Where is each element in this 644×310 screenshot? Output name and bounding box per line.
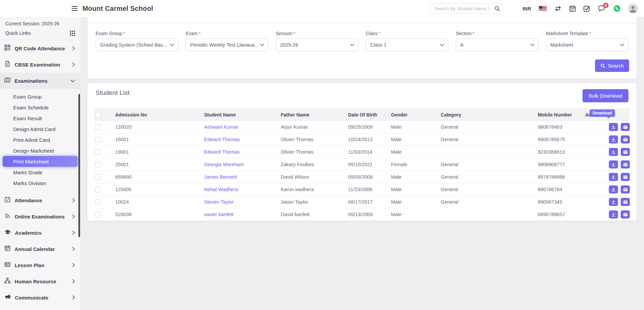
sidebar-scrollbar[interactable]	[78, 94, 80, 237]
sidebar-item-examinations[interactable]: Examinations	[0, 73, 80, 89]
student-name-link[interactable]: Steven Taylor	[204, 199, 234, 205]
field-select[interactable]: 2025-26	[276, 38, 358, 51]
row-checkbox[interactable]	[95, 124, 101, 130]
whatsapp-icon[interactable]	[613, 5, 621, 12]
sidebar-item-annual-calendar[interactable]: Annual Calendar	[0, 241, 80, 257]
required-asterisk: *	[379, 31, 380, 36]
submenu-item[interactable]: Exam Group	[3, 91, 78, 102]
row-checkbox[interactable]	[95, 162, 101, 167]
chevron-right-icon	[72, 62, 75, 67]
chevron-down-icon	[530, 44, 535, 46]
download-marksheet-button[interactable]	[609, 148, 618, 156]
cell-mobile: 890567345	[535, 196, 582, 208]
submenu-item[interactable]: Print Marksheet	[3, 156, 78, 167]
email-marksheet-button[interactable]	[621, 210, 630, 218]
quick-links[interactable]: Quick Links	[0, 28, 80, 40]
criteria-field: Exam* Periodic Weekly Test (Janaua...	[186, 31, 269, 51]
hamburger-menu-icon[interactable]	[72, 6, 78, 11]
field-select[interactable]: Grading System (School Bas...	[96, 38, 178, 51]
cell-dob: 09/25/2009	[345, 121, 388, 133]
us-flag-icon[interactable]	[539, 6, 547, 11]
page-title: Mount Carmel School	[82, 5, 153, 12]
task-check-icon[interactable]	[584, 5, 590, 12]
field-select[interactable]: Marksheet	[546, 38, 629, 51]
row-checkbox[interactable]	[95, 212, 101, 217]
email-marksheet-button[interactable]	[621, 135, 630, 144]
cell-gender: Male	[388, 208, 438, 221]
submenu-item[interactable]: Print Admit Card	[3, 134, 78, 145]
select-value: Periodic Weekly Test (Janaua...	[190, 42, 258, 48]
download-marksheet-button[interactable]	[609, 210, 618, 218]
download-marksheet-button[interactable]	[609, 135, 618, 144]
submenu-item[interactable]: Exam Result	[3, 113, 78, 124]
row-checkbox[interactable]	[95, 174, 101, 180]
column-header: Gender	[388, 109, 438, 121]
field-select[interactable]: A	[456, 38, 539, 51]
currency-selector[interactable]: INR	[522, 6, 531, 11]
chevron-down-icon	[170, 44, 174, 46]
email-marksheet-button[interactable]	[621, 173, 630, 181]
email-marksheet-button[interactable]	[621, 148, 630, 156]
student-name-link[interactable]: Edward Thomas	[204, 137, 240, 142]
user-avatar[interactable]	[628, 4, 638, 13]
sidebar: Current Session: 2025-26 Quick Links QR …	[0, 17, 80, 310]
download-marksheet-button[interactable]	[609, 198, 618, 206]
sidebar-item-online-examinations[interactable]: Online Examinations	[0, 208, 80, 225]
student-name-link[interactable]: James Bennett	[204, 174, 237, 180]
row-checkbox[interactable]	[95, 187, 101, 192]
table-row: 120020 Ashwani Kumar Arjun Kumar 09/25/2…	[94, 121, 630, 133]
student-table: Admission NoStudent NameFather NameDate …	[94, 108, 630, 221]
sidebar-item-lesson-plan[interactable]: Lesson Plan	[0, 257, 80, 273]
sidebar-item-partial[interactable]	[0, 306, 80, 310]
column-header: Student Name	[201, 109, 278, 121]
email-marksheet-button[interactable]	[621, 160, 630, 169]
download-marksheet-button[interactable]	[609, 123, 618, 131]
select-value: 2025-26	[280, 42, 298, 48]
download-marksheet-button[interactable]	[609, 185, 618, 193]
student-name-link[interactable]: xavier bartlett	[204, 212, 233, 217]
sidebar-item-cbse-examination[interactable]: CBSE Examination	[0, 56, 80, 73]
download-marksheet-button[interactable]	[609, 160, 618, 169]
submenu-item[interactable]: Design Marksheet	[3, 145, 78, 156]
bulk-download-button[interactable]: Bulk Download	[583, 89, 628, 102]
field-select[interactable]: Class 1	[366, 38, 449, 51]
row-checkbox[interactable]	[95, 149, 101, 155]
sidebar-item-academics[interactable]: Academics	[0, 225, 80, 241]
cell-admission-no: 10024	[113, 196, 201, 208]
search-button[interactable]: Search	[595, 59, 629, 72]
calendar-icon[interactable]	[569, 5, 576, 12]
row-checkbox[interactable]	[95, 137, 101, 143]
submenu-item[interactable]: Marks Division	[3, 178, 78, 188]
sidebar-item-communicate[interactable]: Communicate	[0, 289, 80, 306]
table-row: 125005 Nehal Wadhera Karun wadhera 11/23…	[94, 183, 630, 196]
student-name-link[interactable]: Ashwani Kumar	[204, 124, 239, 130]
select-all-checkbox[interactable]	[95, 112, 101, 118]
download-marksheet-button[interactable]	[609, 173, 618, 181]
submenu-item[interactable]: Design Admit Card	[3, 124, 78, 134]
chevron-right-icon	[72, 230, 75, 235]
swap-icon[interactable]	[554, 6, 562, 11]
grid-icon[interactable]	[70, 31, 75, 36]
student-name-link[interactable]: Edward Thomas	[204, 149, 240, 155]
email-marksheet-button[interactable]	[621, 198, 630, 206]
criteria-form: Exam Group* Grading System (School Bas..…	[88, 23, 637, 51]
search-icon[interactable]	[494, 6, 500, 11]
sidebar-item-qr-code-attendance[interactable]: QR Code Attendance	[0, 40, 80, 56]
cell-father-name: Olivier Thomas	[278, 133, 346, 146]
sidebar-item-human-resource[interactable]: Human Resource	[0, 273, 80, 289]
row-checkbox[interactable]	[95, 199, 101, 205]
chat-icon[interactable]: 0	[598, 5, 605, 12]
email-marksheet-button[interactable]	[621, 123, 630, 131]
submenu-item[interactable]: Marks Grade	[3, 167, 78, 178]
table-row: 18001 Edward Thomas Olivier Thomas 10/24…	[94, 133, 630, 146]
email-marksheet-button[interactable]	[621, 185, 630, 193]
cell-gender: Male	[388, 121, 438, 133]
search-input[interactable]	[435, 6, 494, 11]
cell-gender: Male	[388, 171, 438, 183]
submenu-item[interactable]: Exam Schedule	[3, 102, 78, 113]
field-select[interactable]: Periodic Weekly Test (Janaua...	[186, 38, 269, 51]
student-name-link[interactable]: Nehal Wadhera	[204, 187, 238, 192]
field-label: Exam Group	[96, 31, 122, 36]
student-name-link[interactable]: Georgia Wareham	[204, 162, 244, 167]
sidebar-item-attendance[interactable]: Attendance	[0, 192, 80, 208]
